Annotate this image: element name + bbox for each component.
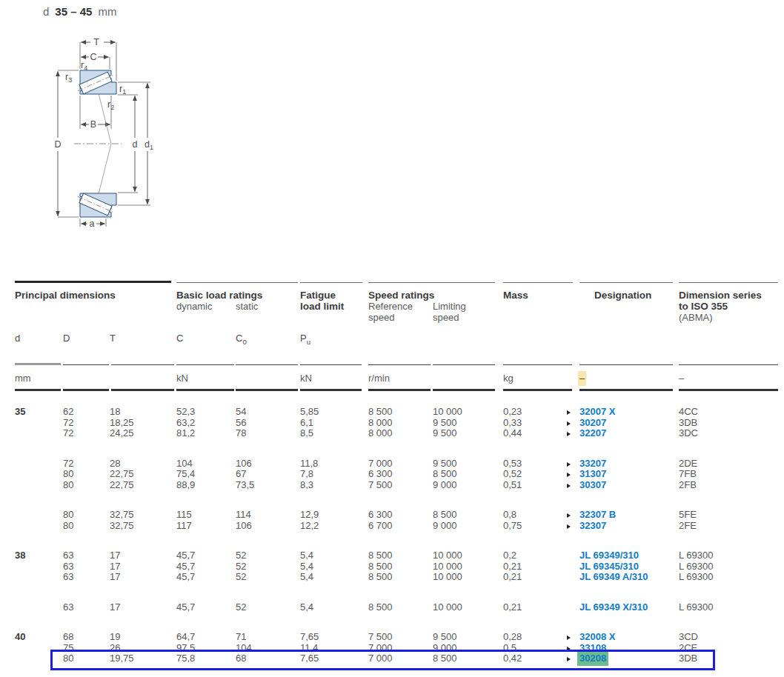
- designation-link[interactable]: 30207: [579, 417, 606, 428]
- cell-dynamic-load-C: 117: [176, 521, 236, 532]
- row-group: 40681964,7717,657 5009 5000,2832008 X3CD…: [15, 632, 778, 664]
- cell-designation: 32307 B: [579, 510, 679, 521]
- designation-link[interactable]: 32307: [579, 520, 606, 531]
- cell-bullet: [565, 469, 579, 480]
- unit-dimension-dash: –: [679, 373, 778, 384]
- table-row: 631745,7525,48 50010 0000,21JL 69349 X/3…: [15, 602, 778, 613]
- dim-label-D: D: [54, 139, 61, 150]
- cell-designation: JL 69349 X/310: [579, 602, 679, 613]
- designation-link[interactable]: 32008 X: [579, 631, 615, 642]
- designation-link[interactable]: JL 69349/310: [579, 550, 639, 561]
- row-group: 35621852,3545,858 50010 0000,2332007 X4C…: [15, 407, 778, 439]
- row-group: 8032,7511511412,96 3008 5000,832307 B5FE…: [15, 510, 778, 531]
- cell-mass: 0,42: [503, 653, 565, 664]
- cell-reference-speed: 8 500: [368, 407, 433, 418]
- cell-bore-d: 35: [15, 407, 63, 418]
- cell-bullet: [565, 572, 579, 583]
- cell-width-T: 32,75: [110, 521, 176, 532]
- table-rule-segment: [63, 364, 109, 365]
- cell-mass: 0,44: [503, 428, 565, 439]
- cell-outer-diameter-D: 62: [63, 407, 110, 418]
- cell-dimension-series: 7FB: [679, 469, 778, 480]
- cell-limiting-speed: 9 000: [433, 480, 503, 491]
- cell-outer-diameter-D: 63: [63, 550, 110, 561]
- cell-fatigue-limit-Pu: 8,5: [300, 428, 368, 439]
- cell-bullet: [565, 632, 579, 643]
- cell-outer-diameter-D: 63: [63, 602, 110, 613]
- triangle-bullet-icon: [567, 647, 571, 651]
- table-row: 7218,2563,2566,18 0009 5000,33302073DB: [15, 418, 778, 429]
- symbol-T: T: [110, 333, 176, 346]
- designation-link[interactable]: 32207: [579, 427, 606, 438]
- cell-reference-speed: 7 000: [368, 653, 433, 664]
- designation-link[interactable]: JL 69349 A/310: [579, 571, 648, 582]
- cell-dimension-series: L 69300: [679, 602, 778, 613]
- dim-label-C: C: [90, 52, 96, 62]
- cell-bore-d: [15, 428, 63, 439]
- table-rule-segment: [15, 281, 171, 283]
- table-row: 752697,510411,47 0009 0000,5331082CE: [15, 643, 778, 654]
- cell-width-T: 18: [110, 407, 176, 418]
- table-rule-segment: [679, 282, 778, 283]
- cell-bore-d: [15, 602, 63, 613]
- cell-dynamic-load-C: 45,7: [176, 572, 236, 583]
- cell-dynamic-load-C: 104: [176, 458, 236, 470]
- triangle-bullet-icon: [567, 513, 571, 518]
- cell-designation: 32008 X: [579, 632, 679, 643]
- designation-link[interactable]: 32307 B: [579, 509, 616, 520]
- header-static: static: [236, 301, 258, 312]
- cell-bullet: [565, 521, 579, 532]
- cell-mass: 0,75: [503, 521, 565, 532]
- designation-link[interactable]: JL 69349 X/310: [579, 601, 648, 613]
- table-rule-segment: [368, 282, 495, 283]
- cell-bore-d: [15, 572, 63, 583]
- cell-dimension-series: 5FE: [679, 510, 778, 521]
- table-row: 8032,7511511412,96 3008 5000,832307 B5FE: [15, 510, 778, 521]
- cell-dynamic-load-C: 45,7: [176, 602, 236, 613]
- cell-outer-diameter-D: 80: [63, 521, 110, 532]
- dim-label-d1: d1: [144, 139, 153, 151]
- designation-link[interactable]: JL 69345/310: [579, 561, 639, 572]
- designation-link[interactable]: 31307: [579, 468, 606, 479]
- header-designation: Designation: [594, 290, 651, 301]
- cell-width-T: 19,75: [110, 653, 176, 664]
- cell-dimension-series: 2DE: [679, 458, 778, 470]
- cell-bullet: [565, 561, 579, 573]
- cell-mass: 0,23: [503, 407, 565, 418]
- cell-designation: 32307: [579, 521, 679, 532]
- designation-link[interactable]: 30307: [579, 479, 606, 490]
- designation-link[interactable]: 30208: [577, 651, 608, 666]
- cell-reference-speed: 8 000: [368, 418, 433, 429]
- cell-bullet: [565, 510, 579, 521]
- cell-width-T: 17: [110, 561, 176, 573]
- table-rule-segment: [503, 282, 573, 283]
- cell-mass: 0,53: [503, 458, 565, 470]
- cell-reference-speed: 8 000: [368, 428, 433, 439]
- cell-dynamic-load-C: 52,3: [176, 407, 236, 418]
- cell-limiting-speed: 8 500: [433, 653, 503, 664]
- cell-fatigue-limit-Pu: 6,1: [300, 418, 368, 429]
- cell-bore-d: [15, 480, 63, 491]
- cell-reference-speed: 8 500: [368, 561, 433, 573]
- cell-bullet: [565, 418, 579, 429]
- search-match-highlight: –: [578, 371, 586, 386]
- cell-static-load-C0: 68: [236, 653, 300, 664]
- cell-dimension-series: 3DB: [679, 653, 778, 664]
- header-dynamic: dynamic: [176, 301, 236, 312]
- cell-mass: 0,8: [503, 510, 565, 521]
- units-row: mm kN kN r/min kg – –: [15, 373, 778, 384]
- cell-dynamic-load-C: 97,5: [176, 643, 236, 654]
- triangle-bullet-icon: [567, 484, 571, 488]
- cell-designation: 32007 X: [579, 407, 679, 418]
- cell-outer-diameter-D: 72: [63, 418, 110, 429]
- unit-kg: kg: [503, 373, 565, 384]
- designation-link[interactable]: 33207: [579, 458, 606, 469]
- designation-link[interactable]: 32007 X: [579, 406, 615, 417]
- cell-dimension-series: L 69300: [679, 572, 778, 583]
- table-rule-segment: [579, 364, 673, 365]
- cell-fatigue-limit-Pu: 8,3: [300, 480, 368, 491]
- cell-dimension-series: 3DC: [679, 428, 778, 439]
- cell-outer-diameter-D: 80: [63, 510, 110, 521]
- header-mass: Mass: [503, 290, 528, 301]
- table-row: 35621852,3545,858 50010 0000,2332007 X4C…: [15, 407, 778, 418]
